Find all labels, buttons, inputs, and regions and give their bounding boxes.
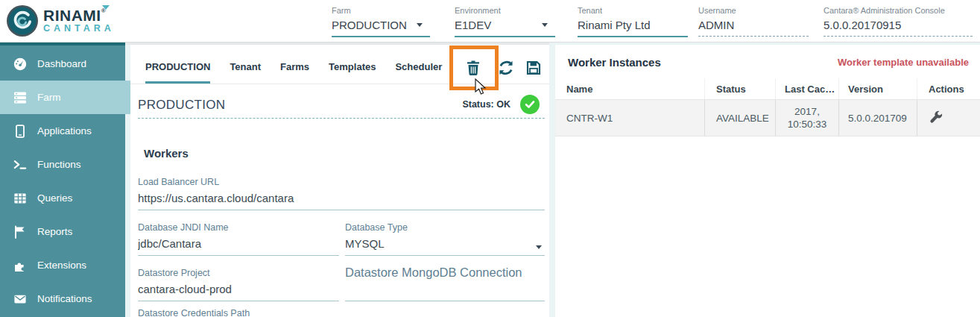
sidebar-item-label: Functions — [37, 159, 81, 170]
dropdown-caret-icon — [536, 245, 542, 249]
worker-last-cached-cell: 2017,10:50:33 — [775, 100, 838, 136]
brand-logo: RINAMI® CANTARA — [6, 4, 115, 37]
extensions-puzzle-icon — [13, 258, 28, 273]
environment-select-label: Environment — [455, 6, 555, 15]
app-header: RINAMI® CANTARA Farm PRODUCTION Environm… — [0, 0, 980, 43]
sidebar-item-farm[interactable]: Farm — [0, 81, 130, 114]
brand-text: RINAMI® CANTARA — [43, 7, 115, 34]
field-label: Datastore Project — [138, 267, 339, 279]
farm-detail-panel: PRODUCTION Tenant Farms Templates Schedu… — [130, 45, 549, 317]
rinami-logo-icon — [6, 4, 39, 37]
worker-actions-cell[interactable] — [917, 100, 980, 136]
queries-table-icon — [13, 191, 28, 206]
sidebar-item-notifications[interactable]: Notifications — [0, 282, 125, 316]
tab-production[interactable]: PRODUCTION — [145, 61, 210, 72]
tab-scheduler[interactable]: Scheduler — [395, 61, 442, 72]
field-value: https://us.cantara.cloud/cantara — [138, 190, 545, 207]
field-label: Datastore Credentials Path — [138, 307, 339, 317]
brand-name: RINAMI® — [43, 7, 115, 23]
tenant-field-label: Tenant — [578, 6, 688, 15]
workers-section-title: Workers — [144, 147, 189, 160]
database-type-select[interactable]: Database Type MYSQL — [345, 222, 545, 256]
sidebar-item-label: Reports — [37, 226, 72, 237]
column-header-status: Status — [704, 78, 775, 99]
farm-tabs: PRODUCTION Tenant Farms Templates Schedu… — [145, 61, 442, 72]
column-header-last-cached: Last Cac… — [775, 78, 838, 99]
sidebar-item-label: Applications — [37, 125, 92, 136]
tenant-field[interactable]: Tenant Rinami Pty Ltd — [578, 6, 688, 36]
tenant-field-value: Rinami Pty Ltd — [578, 18, 688, 37]
sidebar-item-queries[interactable]: Queries — [0, 181, 125, 215]
farm-select-value: PRODUCTION — [332, 18, 430, 37]
field-label: Datastore MongoDB Connection — [345, 265, 545, 280]
sidebar-item-label: Dashboard — [37, 58, 86, 69]
table-header-row: Name Status Last Cac… Version Actions — [555, 78, 980, 99]
worker-instances-title: Worker Instances — [568, 56, 661, 69]
field-label: Load Balancer URL — [138, 176, 545, 188]
sidebar-item-label: Notifications — [37, 293, 92, 304]
delete-farm-button[interactable] — [464, 59, 482, 77]
tab-divider — [130, 84, 549, 84]
applications-tablet-icon — [13, 124, 28, 139]
field-value: MYSQL — [345, 236, 545, 252]
brand-chevron-icon — [102, 5, 110, 10]
brand-product: CANTARA — [43, 23, 115, 34]
refresh-icon — [497, 59, 515, 77]
sidebar-item-applications[interactable]: Applications — [0, 114, 125, 148]
tab-templates[interactable]: Templates — [329, 61, 376, 72]
farm-select[interactable]: Farm PRODUCTION — [332, 6, 430, 36]
farm-name-heading: PRODUCTION — [138, 98, 225, 113]
environment-select-value: E1DEV — [455, 18, 555, 37]
username-field-value: ADMIN — [698, 18, 809, 37]
reports-flag-icon — [13, 225, 28, 239]
wrench-icon[interactable] — [929, 110, 943, 125]
worker-status-cell: AVAILABLE — [704, 100, 775, 136]
sidebar-item-extensions[interactable]: Extensions — [0, 248, 125, 282]
trash-icon — [464, 59, 482, 77]
save-icon — [525, 59, 543, 77]
worker-instances-table: Name Status Last Cac… Version Actions CN… — [555, 78, 980, 136]
worker-template-warning: Worker template unavailable — [838, 57, 969, 68]
sidebar-nav: Dashboard Farm Applications Functions — [0, 43, 125, 317]
functions-terminal-icon — [13, 157, 28, 172]
database-jndi-name-field[interactable]: Database JNDI Name jdbc/Cantara — [138, 222, 339, 256]
tab-farms[interactable]: Farms — [280, 61, 309, 72]
status-label: Status: OK — [462, 99, 510, 110]
field-label: Database Type — [345, 222, 545, 233]
column-header-version: Version — [838, 78, 917, 99]
datastore-credentials-path-field[interactable]: Datastore Credentials Path — [138, 307, 339, 317]
field-value: cantara-cloud-prod — [138, 281, 339, 298]
console-version-value: 5.0.0.20170915 — [823, 18, 973, 37]
console-version-field: Cantara® Administration Console 5.0.0.20… — [823, 6, 973, 36]
farm-select-label: Farm — [332, 6, 430, 15]
sidebar-item-reports[interactable]: Reports — [0, 215, 125, 248]
sidebar-item-label: Queries — [37, 192, 72, 204]
status-ok-badge — [520, 95, 540, 114]
dashboard-gauge-icon — [13, 57, 28, 72]
dropdown-caret-icon — [542, 23, 548, 27]
dropdown-caret-icon — [417, 23, 423, 27]
environment-select[interactable]: Environment E1DEV — [455, 6, 555, 36]
sidebar-item-dashboard[interactable]: Dashboard — [0, 47, 125, 81]
console-version-label: Cantara® Administration Console — [823, 6, 973, 15]
tab-tenant[interactable]: Tenant — [230, 61, 261, 72]
save-button[interactable] — [525, 59, 543, 77]
worker-name-cell: CNTR-W1 — [555, 100, 704, 136]
datastore-mongodb-connection-field[interactable]: Datastore MongoDB Connection — [345, 265, 545, 301]
column-header-name: Name — [555, 78, 704, 99]
username-field-label: Username — [698, 6, 809, 15]
sidebar-item-label: Farm — [37, 92, 61, 103]
sidebar-item-functions[interactable]: Functions — [0, 148, 125, 181]
table-row: CNTR-W1 AVAILABLE 2017,10:50:33 5.0.0.20… — [555, 99, 980, 136]
sidebar-item-label: Extensions — [37, 260, 86, 271]
field-label: Database JNDI Name — [138, 222, 339, 233]
farm-servers-icon — [13, 90, 28, 105]
worker-instances-panel: Worker Instances Worker template unavail… — [555, 45, 980, 317]
worker-version-cell: 5.0.0.201709 — [838, 100, 917, 136]
column-header-actions: Actions — [917, 78, 980, 99]
load-balancer-url-field[interactable]: Load Balancer URL https://us.cantara.clo… — [138, 176, 545, 210]
notifications-envelope-icon — [13, 292, 28, 307]
datastore-project-field[interactable]: Datastore Project cantara-cloud-prod — [138, 267, 339, 301]
heading-divider — [138, 118, 545, 119]
refresh-button[interactable] — [497, 59, 515, 77]
